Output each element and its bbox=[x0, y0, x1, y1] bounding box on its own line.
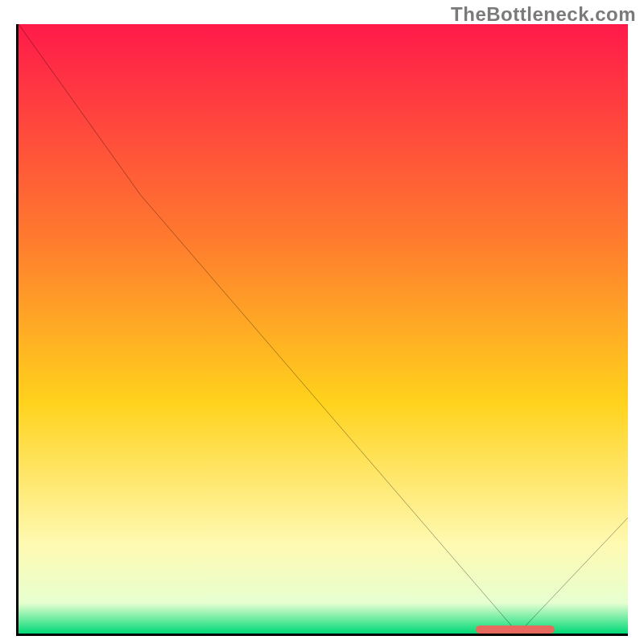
watermark-text: TheBottleneck.com bbox=[451, 3, 636, 26]
chart-container: TheBottleneck.com bbox=[0, 0, 644, 644]
optimum-marker bbox=[476, 625, 555, 634]
plot-frame bbox=[16, 24, 628, 636]
bottleneck-curve bbox=[19, 24, 628, 634]
plot-area bbox=[19, 24, 628, 634]
